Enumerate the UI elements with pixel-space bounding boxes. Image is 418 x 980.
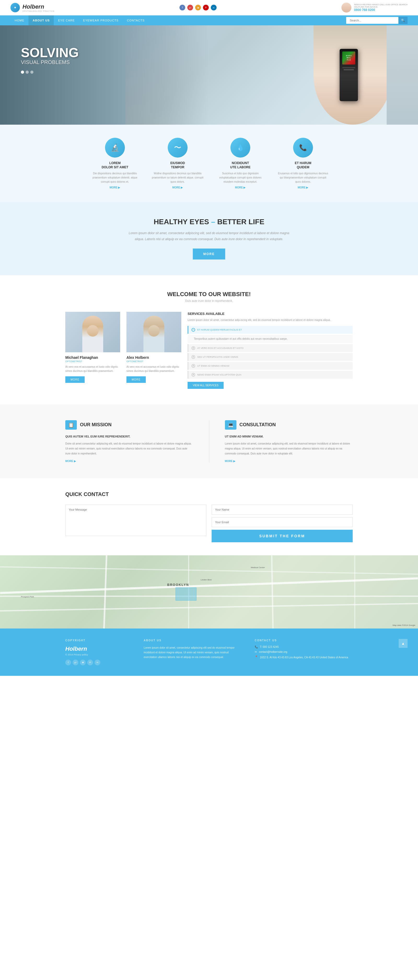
message-input[interactable] [65,504,207,536]
footer-social-google[interactable]: g+ [73,660,78,665]
map-attribution: Map data ©2014 Google [393,624,415,627]
footer-phone[interactable]: 📞 T: 000 123 4245 [255,646,353,648]
contact-title: QUICK CONTACT [65,491,353,497]
cta-title-part1: HEALTHY EYES [154,218,209,226]
logo-text[interactable]: Holbern [22,3,55,10]
contact-fields: SUBMIT THE FORM [211,504,353,542]
footer-about-label: ABOUT US [144,639,242,642]
cta-more-button[interactable]: MORE [193,248,225,259]
footer-copy: © 2014 Privacy policy [65,653,130,656]
feature-link-4[interactable]: MORE ▶ [277,186,329,189]
member-2-more-button[interactable]: MORE [126,376,146,383]
footer-contact-col: CONTACT US 📞 T: 000 123 4245 ✉ contact@h… [255,639,353,665]
nav-about[interactable]: ABOUT US [29,16,54,25]
mission-icon: 📋 [65,420,77,430]
consultation-icon: 💻 [225,420,237,430]
social-facebook[interactable]: f [180,5,185,10]
feature-link-3[interactable]: MORE ▶ [214,186,267,189]
view-all-services-button[interactable]: View All Services [188,382,224,389]
mission-header: 📋 OUR MISSION [65,420,193,430]
consultation-link[interactable]: MORE ▶ [225,460,353,463]
service-plus-icon-2: + [191,346,195,350]
nav-home[interactable]: HOME [10,16,29,25]
nav-links: HOME ABOUT US EYE CARE EYEWEAR PRODUCTS … [10,16,149,25]
feature-text-1: Die dispositions decimus qui blanditiis … [89,172,141,184]
social-rss[interactable]: ◉ [195,5,201,10]
header-help: NEED A HELPING HAND? CALL OUR OFFICE SEA… [342,3,408,13]
footer-social-facebook[interactable]: f [65,660,71,665]
footer-copyright-label: COPYRIGHT [65,639,130,642]
hero-dot-3[interactable] [30,70,33,74]
service-plus-icon-5: + [191,373,195,377]
search-button[interactable]: 🔍 [398,17,408,24]
mission-text: Dolre sit amet consectetur adipiscing el… [65,441,193,456]
email-input[interactable] [211,517,353,527]
consultation-title: CONSULTATION [240,422,276,428]
contact-section: QUICK CONTACT SUBMIT THE FORM [0,478,418,555]
service-item-3[interactable]: + SED UT PERSPICIATIS UNDE OMNIS [188,353,353,361]
member-1-name: Michael Flanaghan [65,355,120,360]
hero-dot-1[interactable] [21,70,24,74]
nav-eyecare[interactable]: EYE CARE [54,16,79,25]
welcome-section: WELCOME TO OUR WEBSITE! Duis aute irure … [0,275,418,404]
logo-icon: ✦ [10,3,20,12]
location-icon: 📍 [255,655,258,658]
footer-social-linkedin[interactable]: in [95,660,100,665]
feature-link-1[interactable]: MORE ▶ [89,186,141,189]
help-text: NEED A HELPING HAND? CALL OUR OFFICE SEA… [354,3,408,6]
social-linkedin[interactable]: in [211,5,216,10]
member-1-photo [65,312,120,352]
footer-logo[interactable]: Holbern [65,646,130,652]
service-item-3-label: SED UT PERSPICIATIS UNDE OMNIS [197,356,238,358]
feature-link-2[interactable]: MORE ▶ [151,186,204,189]
service-item-5[interactable]: + NEMO ENIM IPSAM VOLUPTATEM QUIA [188,371,353,379]
footer-email[interactable]: ✉ contact@holbernsite.org [255,651,353,653]
welcome-title: WELCOME TO OUR WEBSITE! [10,291,408,298]
hero-dots [21,70,397,74]
submit-form-button[interactable]: SUBMIT THE FORM [211,530,353,542]
name-input[interactable] [211,504,353,515]
logo-sub: Ophthalmology Practice [22,10,55,12]
logo-area: ✦ Holbern Ophthalmology Practice [10,3,55,12]
social-google[interactable]: g+ [187,5,193,10]
member-1-role: OPTOMETRIST [65,360,120,363]
member-2-desc: At vero eos et accusamus et iusto odio d… [126,365,181,373]
feature-text-4: Erusamus et lotto quo dignissimus decimu… [277,172,329,184]
services-title: SERVICES AVAILABLE [188,312,353,316]
consultation-header: 💻 CONSULTATION [225,420,353,430]
mission-link[interactable]: MORE ▶ [65,460,193,463]
footer-social-rss[interactable]: ◉ [80,660,86,665]
map-section: BROOKLYN Prospect Park Medical Center Li… [0,555,418,628]
service-minus-icon: − [191,328,195,332]
footer-contact-label: CONTACT US [255,639,353,642]
service-item-4[interactable]: + UT ENIM AD MINIMA VENIAM [188,362,353,370]
service-plus-icon-3: + [191,355,195,359]
service-active-desc: Temporibus autem quibusdam et aut offis … [188,335,353,343]
cta-section: HEALTHY EYES – BETTER LIFE Lorem ipsum d… [0,202,418,275]
map-label-medical: Medical Center [251,566,265,569]
hero-content: SOLVING VISUAL PROBLEMS [0,25,418,95]
help-phone[interactable]: 0800 768 0200 [354,8,408,12]
contact-message-area [65,504,207,542]
member-1-more-button[interactable]: MORE [65,376,85,383]
service-item-1-label: ET HARUM QUIDEM RERUM FACILIS ET [197,328,242,331]
service-item-2[interactable]: + AT VERO EOS ET ACCUSAMUS ET IUSTO [188,344,353,352]
footer-about-col: ABOUT US Lorem ipsum dolor sit amet, con… [144,639,242,665]
social-pinterest[interactable]: P [203,5,209,10]
hero-dot-2[interactable] [25,70,29,74]
feature-icon-2: 〜 [168,138,188,158]
cta-title-part2: BETTER LIFE [217,218,264,226]
feature-title-2: EIUSMODTEMPOR [151,161,204,169]
search-input[interactable] [346,17,398,24]
team-member-2: Alex Holbern OPTOMETRIST At vero eos et … [126,312,181,383]
nav-eyewear[interactable]: EYEWEAR PRODUCTS [79,16,123,25]
feature-icon-1: 🔬 [105,138,125,158]
footer-about-text: Lorem ipsum dolor sit amet, consectetur … [144,646,242,660]
hero-title: SOLVING [21,46,397,59]
hero-subtitle: VISUAL PROBLEMS [21,59,397,65]
footer-social-pinterest[interactable]: P [87,660,93,665]
nav-contacts[interactable]: CONTACTS [123,16,149,25]
scroll-top-button[interactable]: ▲ [399,639,408,648]
feature-title-1: LOREMDOLOR SIT AMET [89,161,141,169]
service-item-1[interactable]: − ET HARUM QUIDEM RERUM FACILIS ET [188,326,353,334]
